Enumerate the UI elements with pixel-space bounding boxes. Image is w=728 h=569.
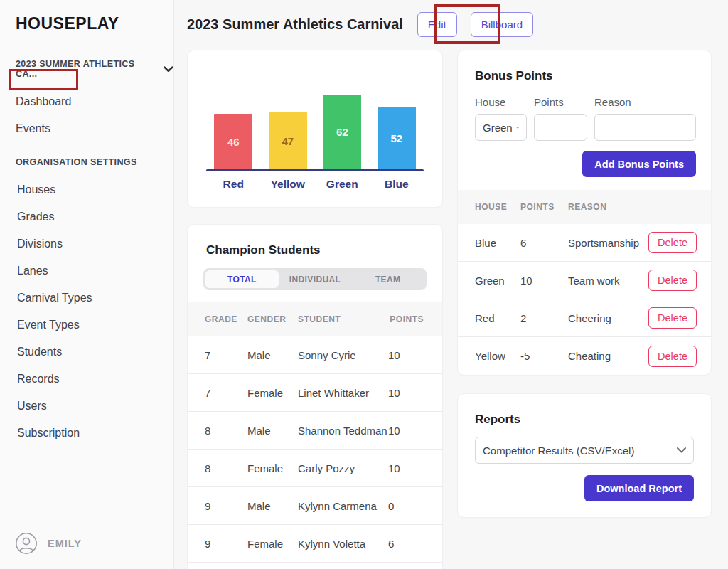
champion-students-title: Champion Students bbox=[188, 243, 442, 257]
cell-points: 10 bbox=[388, 349, 424, 361]
table-row: Green 10 Team work Delete bbox=[458, 262, 711, 299]
house-label: House bbox=[475, 96, 527, 108]
cell-reason: Cheering bbox=[568, 312, 648, 324]
champion-students-table: GRADE GENDER STUDENT POINTS 7 Male Sonny… bbox=[188, 302, 442, 563]
sidebar-item-grades[interactable]: Grades bbox=[16, 207, 60, 227]
delete-button[interactable]: Delete bbox=[648, 270, 697, 291]
bonus-submit-row: Add Bonus Points bbox=[458, 151, 711, 177]
delete-button[interactable]: Delete bbox=[648, 232, 697, 253]
col-gender: GENDER bbox=[247, 314, 298, 324]
sidebar-item-dashboard[interactable]: Dashboard bbox=[14, 92, 77, 112]
download-report-button[interactable]: Download Report bbox=[584, 475, 694, 501]
cell-reason: Sportsmanship bbox=[568, 237, 648, 249]
col-house: HOUSE bbox=[475, 202, 520, 212]
user-avatar-icon bbox=[15, 532, 38, 555]
champion-students-card: Champion Students TOTAL INDIVIDUAL TEAM … bbox=[187, 224, 443, 569]
cell-student: Kylynn Voletta bbox=[298, 538, 388, 550]
cell-grade: 9 bbox=[205, 500, 247, 512]
cell-student: Kylynn Carmena bbox=[298, 500, 388, 512]
chevron-down-icon bbox=[677, 447, 686, 453]
cell-reason: Cheating bbox=[568, 350, 648, 362]
reason-field: Reason bbox=[594, 96, 696, 141]
sidebar-item-users[interactable]: Users bbox=[16, 396, 53, 416]
sidebar-item-events[interactable]: Events bbox=[14, 119, 56, 139]
tab-team[interactable]: TEAM bbox=[351, 270, 424, 288]
tab-individual[interactable]: INDIVIDUAL bbox=[279, 270, 352, 288]
cell-points: 6 bbox=[520, 237, 568, 249]
sidebar-item-divisions[interactable]: Divisions bbox=[16, 234, 68, 254]
bonus-points-title: Bonus Points bbox=[458, 69, 711, 83]
points-input[interactable] bbox=[534, 114, 587, 141]
bonus-table-header: HOUSE POINTS REASON bbox=[458, 190, 711, 224]
organisation-settings-heading: ORGANISATION SETTINGS bbox=[16, 157, 173, 167]
table-row: Red 2 Cheering Delete bbox=[458, 299, 711, 337]
delete-button[interactable]: Delete bbox=[648, 346, 697, 367]
col-grade: GRADE bbox=[205, 314, 247, 324]
house-points-chart-card: 46 47 62 52 Red Yellow Green Blue bbox=[187, 50, 443, 208]
reason-input[interactable] bbox=[594, 114, 696, 141]
carnival-selector-label: 2023 SUMMER ATHLETICS CA... bbox=[16, 59, 156, 79]
table-row: Blue 6 Sportsmanship Delete bbox=[458, 224, 711, 262]
cell-house: Yellow bbox=[475, 350, 520, 362]
bonus-points-form: House Green Points Reason bbox=[458, 96, 711, 141]
col-points: POINTS bbox=[520, 202, 568, 212]
sidebar-item-event-types[interactable]: Event Types bbox=[16, 315, 85, 335]
user-menu[interactable]: EMILY bbox=[15, 532, 82, 555]
label-green: Green bbox=[315, 178, 370, 191]
table-row: 8 Male Shannon Teddman 10 bbox=[188, 412, 442, 450]
cell-gender: Female bbox=[247, 462, 298, 474]
bar-yellow-value: 47 bbox=[282, 135, 294, 147]
cell-grade: 7 bbox=[205, 387, 247, 399]
col-student: STUDENT bbox=[298, 314, 388, 324]
cell-student: Sonny Cyrie bbox=[298, 349, 388, 361]
dashboard-columns: 46 47 62 52 Red Yellow Green Blue bbox=[187, 50, 712, 569]
cell-points: 10 bbox=[520, 275, 568, 287]
tab-total[interactable]: TOTAL bbox=[205, 270, 279, 288]
label-blue: Blue bbox=[370, 178, 424, 191]
cell-points: 2 bbox=[520, 312, 568, 324]
chevron-down-icon bbox=[516, 125, 519, 130]
add-bonus-points-button[interactable]: Add Bonus Points bbox=[582, 151, 696, 177]
cell-reason: Team work bbox=[568, 275, 648, 287]
cell-student: Linet Whittaker bbox=[298, 387, 388, 399]
label-red: Red bbox=[206, 178, 261, 191]
sidebar-item-houses[interactable]: Houses bbox=[16, 180, 61, 200]
cell-house: Blue bbox=[475, 237, 520, 249]
cell-student: Shannon Teddman bbox=[298, 425, 388, 437]
bar-blue-value: 52 bbox=[390, 132, 402, 144]
billboard-button[interactable]: Billboard bbox=[471, 12, 533, 37]
cell-gender: Female bbox=[247, 387, 298, 399]
cell-points: 10 bbox=[388, 387, 424, 399]
cell-grade: 8 bbox=[205, 462, 247, 474]
cell-house: Green bbox=[475, 275, 520, 287]
page-title: 2023 Summer Athletics Carnival bbox=[187, 16, 403, 33]
reports-card: Reports Competitor Results (CSV/Excel) D… bbox=[457, 393, 712, 518]
sidebar-item-subscription[interactable]: Subscription bbox=[16, 423, 85, 443]
house-field: House Green bbox=[475, 96, 527, 141]
carnival-selector[interactable]: 2023 SUMMER ATHLETICS CA... bbox=[16, 59, 173, 79]
edit-button[interactable]: Edit bbox=[417, 12, 457, 37]
champion-tabs: TOTAL INDIVIDUAL TEAM bbox=[203, 268, 427, 290]
right-column: Bonus Points House Green Points bbox=[457, 50, 712, 518]
app-logo[interactable]: HOUSEPLAY bbox=[16, 14, 173, 33]
app-root: HOUSEPLAY 2023 SUMMER ATHLETICS CA... Da… bbox=[0, 0, 728, 569]
cell-gender: Male bbox=[247, 425, 298, 437]
chart-category-labels: Red Yellow Green Blue bbox=[206, 178, 424, 191]
user-name: EMILY bbox=[48, 538, 82, 549]
sidebar-item-lanes[interactable]: Lanes bbox=[16, 261, 54, 281]
col-reason: REASON bbox=[568, 202, 697, 212]
delete-button[interactable]: Delete bbox=[648, 307, 697, 329]
left-column: 46 47 62 52 Red Yellow Green Blue bbox=[187, 50, 443, 569]
report-type-select[interactable]: Competitor Results (CSV/Excel) bbox=[475, 437, 694, 464]
cell-grade: 7 bbox=[205, 349, 247, 361]
bar-red: 46 bbox=[214, 114, 252, 169]
chevron-down-icon bbox=[164, 66, 173, 73]
col-points: POINTS bbox=[388, 314, 424, 324]
cell-grade: 8 bbox=[205, 425, 247, 437]
table-row: 9 Male Kylynn Carmena 0 bbox=[188, 487, 442, 525]
sidebar-item-carnival-types[interactable]: Carnival Types bbox=[16, 288, 98, 308]
sidebar-item-students[interactable]: Students bbox=[16, 342, 68, 362]
bar-yellow: 47 bbox=[269, 112, 307, 169]
house-select[interactable]: Green bbox=[475, 114, 527, 141]
sidebar-item-records[interactable]: Records bbox=[16, 369, 65, 389]
